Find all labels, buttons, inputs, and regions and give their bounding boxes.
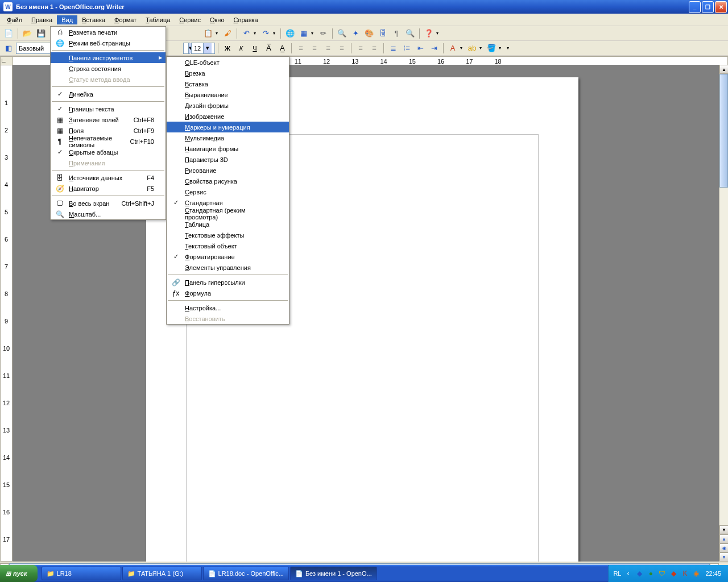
numbered-list-button[interactable]: ≣ xyxy=(387,42,399,55)
bold-button[interactable]: Ж xyxy=(221,42,234,55)
lang-indicator[interactable]: RL xyxy=(613,570,621,577)
view-menu-item[interactable]: ✓Скрытые абзацы xyxy=(51,147,166,157)
redo-button[interactable]: ↷ xyxy=(259,27,272,40)
align-right-button[interactable]: ≡ xyxy=(322,42,334,55)
prev-page-button[interactable]: ▲ xyxy=(719,534,728,543)
bullet-list-button[interactable]: ⁝≡ xyxy=(400,42,413,55)
decrease-indent-button[interactable]: ⇤ xyxy=(414,42,427,55)
toolbar-submenu-item[interactable]: 🔗Панель гиперссылки xyxy=(167,277,289,288)
view-menu-item[interactable]: 🗄Источники данныхF4 xyxy=(51,172,166,183)
scroll-up-button[interactable]: ▲ xyxy=(719,65,728,74)
tray-icon[interactable]: ● xyxy=(646,569,655,578)
toolbar-submenu-item[interactable]: Текстовые эффекты xyxy=(167,230,289,240)
paste-arrow[interactable]: ▾ xyxy=(216,31,220,36)
superscript-button[interactable]: A̅ xyxy=(262,42,275,55)
hyperlink-button[interactable]: 🌐 xyxy=(284,27,296,40)
toolbar-submenu-item[interactable]: Рисование xyxy=(167,165,289,176)
view-menu-item[interactable]: Панели инструментов▶ xyxy=(51,52,166,63)
toolbar-submenu-item[interactable]: Свойства рисунка xyxy=(167,176,289,186)
taskbar-item[interactable]: 📄LR18.doc - OpenOffic... xyxy=(203,567,289,580)
font-color-button[interactable]: A xyxy=(446,42,459,55)
menu-файл[interactable]: Файл xyxy=(2,15,27,24)
formatting-toolbar-more[interactable]: ▾ xyxy=(507,45,511,51)
undo-button[interactable]: ↶ xyxy=(240,27,253,40)
underline-button[interactable]: Ч xyxy=(249,42,261,55)
menu-вид[interactable]: Вид xyxy=(57,15,77,24)
toolbar-submenu-item[interactable]: Изображение xyxy=(167,111,289,122)
minimize-button[interactable]: _ xyxy=(689,1,701,13)
toolbar-submenu-item[interactable]: OLE-объект xyxy=(167,57,289,68)
maximize-button[interactable]: ❐ xyxy=(702,1,714,13)
view-menu-item[interactable]: ⎙Разметка печати xyxy=(51,27,166,38)
menu-вставка[interactable]: Вставка xyxy=(77,15,110,24)
menu-сервис[interactable]: Сервис xyxy=(175,15,205,24)
highlight-button[interactable]: ab xyxy=(466,42,478,55)
view-menu-item[interactable]: ¶Непечатаемые символыCtrl+F10 xyxy=(51,136,166,147)
find-button[interactable]: 🔍 xyxy=(336,27,348,40)
menu-правка[interactable]: Правка xyxy=(27,15,57,24)
view-menu-item[interactable]: ✓Линейка xyxy=(51,89,166,99)
view-menu-item[interactable]: 🔍Масштаб... xyxy=(51,209,166,219)
menu-справка[interactable]: Справка xyxy=(229,15,263,24)
align-left-button[interactable]: ≡ xyxy=(295,42,307,55)
toolbar-submenu-item[interactable]: Мультимедиа xyxy=(167,132,289,143)
font-combo-arrow[interactable]: ▾ xyxy=(183,43,190,54)
toolbar-submenu-item[interactable]: Настройка... xyxy=(167,302,289,313)
toolbar-submenu-item[interactable]: ✓Форматирование xyxy=(167,251,289,262)
format-paint-button[interactable]: 🖌 xyxy=(221,27,234,40)
vertical-ruler[interactable]: 123456789101112131415161718 xyxy=(0,65,13,562)
toolbar-submenu-item[interactable]: Параметры 3D xyxy=(167,154,289,165)
start-button[interactable]: ⊞ пуск xyxy=(0,565,38,582)
menu-таблица[interactable]: Таблица xyxy=(141,15,175,24)
nonprint-button[interactable]: ¶ xyxy=(390,27,403,40)
menu-формат[interactable]: Формат xyxy=(110,15,141,24)
system-tray[interactable]: RL ‹ ◆ ● 🛡 ◆ K ◉ 22:45 xyxy=(608,565,728,582)
help-button[interactable]: ❓ xyxy=(423,27,435,40)
paste-button[interactable]: 📋 xyxy=(202,27,214,40)
tray-icon[interactable]: ◆ xyxy=(669,569,678,578)
rtl-button[interactable]: ≡ xyxy=(368,42,380,55)
view-menu-item[interactable]: 🧭НавигаторF5 xyxy=(51,183,166,194)
tray-icon[interactable]: ◆ xyxy=(635,569,644,578)
new-button[interactable]: 📄 xyxy=(2,27,15,40)
table-button[interactable]: ▦ xyxy=(297,27,310,40)
scroll-down-button[interactable]: ▼ xyxy=(719,525,728,534)
toolbar-submenu-item[interactable]: Маркеры и нумерация xyxy=(167,122,289,132)
taskbar-item[interactable]: 📁ТАТЬЯНА 1 (G:) xyxy=(122,567,202,580)
toolbar-submenu-item[interactable]: Стандартная (режим просмотра) xyxy=(167,208,289,219)
next-page-button[interactable]: ▼ xyxy=(719,552,728,562)
subscript-button[interactable]: A̲ xyxy=(276,42,288,55)
zoom-button[interactable]: 🔍 xyxy=(404,27,416,40)
toolbar-submenu-item[interactable]: Дизайн формы xyxy=(167,100,289,111)
increase-indent-button[interactable]: ⇥ xyxy=(428,42,440,55)
toolbar-submenu-item[interactable]: ƒxФормула xyxy=(167,288,289,298)
align-justify-button[interactable]: ≡ xyxy=(336,42,348,55)
fontsize-combo[interactable]: 12 ▾ xyxy=(191,43,215,54)
vertical-scrollbar[interactable]: ▲ ▼ ▲ ◉ ▼ xyxy=(719,65,728,562)
toolbar-submenu-item[interactable]: Сервис xyxy=(167,186,289,197)
view-menu-item[interactable]: 🌐Режим веб-страницы xyxy=(51,38,166,48)
datasource-button[interactable]: 🗄 xyxy=(377,27,389,40)
tray-icon[interactable]: ◉ xyxy=(692,569,701,578)
toolbar-submenu-item[interactable]: Навигация формы xyxy=(167,143,289,154)
taskbar-item[interactable]: 📄Без имени 1 - OpenO... xyxy=(290,567,377,580)
toolbar-submenu-item[interactable]: Элементы управления xyxy=(167,262,289,273)
navigator-button[interactable]: ✦ xyxy=(349,27,362,40)
menu-окно[interactable]: Окно xyxy=(205,15,229,24)
toolbar-submenu-item[interactable]: Текстовый объект xyxy=(167,240,289,251)
styles-button[interactable]: ◧ xyxy=(2,42,15,55)
tray-expand-icon[interactable]: ‹ xyxy=(623,569,632,578)
show-draw-button[interactable]: ✏ xyxy=(317,27,329,40)
view-menu-item[interactable]: Строка состояния xyxy=(51,63,166,74)
align-center-button[interactable]: ≡ xyxy=(308,42,321,55)
tray-antivirus-icon[interactable]: K xyxy=(680,569,689,578)
undo-arrow[interactable]: ▾ xyxy=(254,31,258,36)
toolbar-more[interactable]: ▾ xyxy=(436,31,441,36)
nav-button[interactable]: ◉ xyxy=(719,543,728,552)
open-button[interactable]: 📂 xyxy=(21,27,34,40)
toolbar-submenu-item[interactable]: Таблица xyxy=(167,219,289,230)
table-arrow[interactable]: ▾ xyxy=(311,31,316,36)
taskbar-item[interactable]: 📁LR18 xyxy=(42,567,121,580)
save-button[interactable]: 💾 xyxy=(35,27,47,40)
tray-shield-icon[interactable]: 🛡 xyxy=(657,569,667,578)
